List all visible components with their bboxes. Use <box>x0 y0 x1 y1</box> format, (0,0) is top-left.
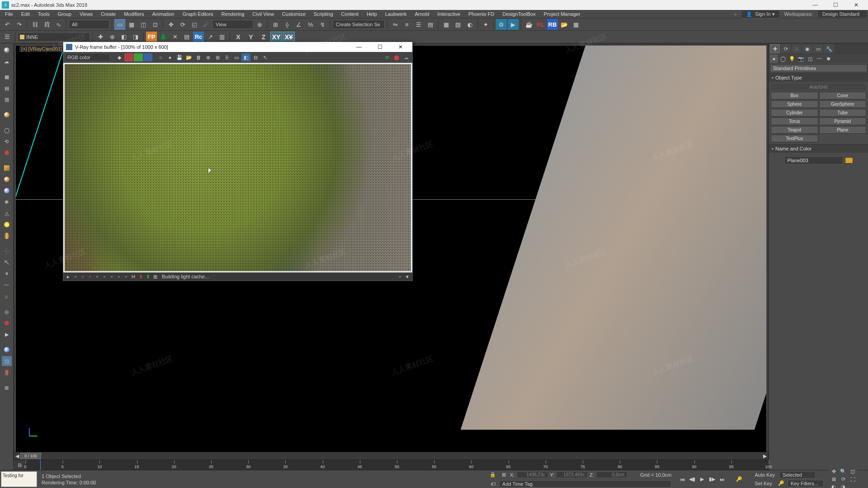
menu-file[interactable]: File <box>1 10 17 18</box>
menu-create[interactable]: Create <box>97 10 120 18</box>
layer-explorer-button[interactable]: ☰ <box>413 19 424 30</box>
maximize-button[interactable]: ☐ <box>826 2 846 8</box>
name-color-header[interactable]: Name and Color <box>769 145 868 153</box>
lb-sphere-blue-icon[interactable] <box>2 345 12 355</box>
rotate-button[interactable] <box>177 19 188 30</box>
lb-cyl-icon[interactable] <box>2 231 12 241</box>
vfb-compare-button[interactable]: ◧ <box>241 53 250 61</box>
lb-particles-icon[interactable]: ⁛ <box>2 246 12 256</box>
layer-dropdown[interactable]: INNE <box>18 33 90 42</box>
lb-door-icon[interactable]: 🚪 <box>2 367 12 377</box>
snap-button[interactable]: ⟠ <box>282 19 292 30</box>
layer-sel-button[interactable]: ◧ <box>118 32 129 42</box>
menu-phoenixfd[interactable]: Phoenix FD <box>464 10 498 18</box>
menu-laubwerk[interactable]: Laubwerk <box>381 10 411 18</box>
bind-button[interactable]: ∿ <box>53 19 64 30</box>
cameras-subtab[interactable]: 📷 <box>797 55 805 63</box>
nav-max-button[interactable]: ⛶ <box>848 476 857 483</box>
vfb-stop-button[interactable]: ⬤ <box>392 53 401 61</box>
lb-sphere-yellow-icon[interactable] <box>2 110 12 120</box>
vfb-red-button[interactable] <box>124 53 133 61</box>
keymode-dropdown[interactable]: Selected <box>779 471 816 479</box>
menu-edit[interactable]: Edit <box>17 10 34 18</box>
lb-last-icon[interactable]: ⊞ <box>2 383 12 393</box>
lb-tool1-icon[interactable]: ⛏ <box>2 258 12 267</box>
menu-arnold[interactable]: Arnold <box>410 10 433 18</box>
vfb-sb-4[interactable]: ▪ <box>87 273 93 280</box>
vfb-sb-3[interactable]: ◦ <box>80 273 86 280</box>
vfb-region-button[interactable]: ▭ <box>232 53 241 61</box>
rc-button[interactable]: Rc <box>193 32 204 42</box>
spacewarps-subtab[interactable]: 〰 <box>815 55 823 63</box>
track-bar[interactable]: ⊟ 05101520253035404550556065707580859095… <box>14 460 769 470</box>
menu-help[interactable]: Help <box>363 10 381 18</box>
move-button[interactable] <box>165 19 176 30</box>
select-object-button[interactable]: ▭ <box>114 19 125 30</box>
axis-z-button[interactable]: Z <box>258 32 269 42</box>
vfb-minimize-button[interactable]: — <box>350 44 368 50</box>
lb-sphere2-icon[interactable] <box>2 174 12 184</box>
layer-list-button[interactable]: ☰ <box>2 32 13 42</box>
manipulate-button[interactable]: ⊞ <box>270 19 281 30</box>
vfb-sb-1[interactable]: ▸ <box>65 273 71 280</box>
autogrid-checkbox[interactable]: AutoGrid <box>771 84 866 90</box>
menu-modifiers[interactable]: Modifiers <box>120 10 148 18</box>
vfb-load-button[interactable]: 📂 <box>184 53 193 61</box>
lb-red-dot-icon[interactable] <box>2 148 12 158</box>
axis-x-button[interactable]: X <box>232 32 244 42</box>
obj-sphere-button[interactable]: Sphere <box>771 100 818 108</box>
lb-wave-icon[interactable]: 〰 <box>2 280 12 290</box>
schematic-view-button[interactable]: ▧ <box>453 19 463 30</box>
obj-plane-button[interactable]: Plane <box>819 126 867 134</box>
obj-torus-button[interactable]: Torus <box>771 117 818 125</box>
tree-icon[interactable]: 🌲 <box>158 32 169 42</box>
lb-fan-icon[interactable]: ❋ <box>2 197 12 207</box>
axis-xy2-button[interactable]: XY̶ <box>283 32 295 42</box>
key-big-button[interactable]: 🔑 <box>733 473 745 486</box>
object-color-swatch[interactable] <box>845 157 853 164</box>
axis-xy-button[interactable]: XY <box>270 32 282 42</box>
axis-y-button[interactable]: Y <box>245 32 257 42</box>
shapes-subtab[interactable]: ◯ <box>779 55 787 63</box>
chevron-icon[interactable]: » <box>734 11 736 17</box>
lights-subtab[interactable]: 💡 <box>788 55 796 63</box>
obj-box-button[interactable]: Box <box>771 92 818 99</box>
playhead[interactable] <box>40 460 41 470</box>
select-name-button[interactable]: ▦ <box>126 19 137 30</box>
lb-play-arrow-icon[interactable]: ▶ <box>2 329 12 339</box>
modify-tab[interactable]: ⟳ <box>781 44 791 53</box>
vfb-swatch-button[interactable]: ◆ <box>115 53 124 61</box>
vfb-track-button[interactable]: ⊞ <box>213 53 222 61</box>
obj-cylinder-button[interactable]: Cylinder <box>771 109 818 117</box>
obj-textplus-button[interactable]: TextPlus <box>771 135 818 142</box>
lb-teapot-icon[interactable] <box>2 45 12 55</box>
vfb-history-button[interactable]: ⊟ <box>251 53 260 61</box>
menu-designtoolbox[interactable]: DesignToolBox <box>498 10 539 18</box>
layer-hide-button[interactable]: ◨ <box>130 32 141 42</box>
helpers-subtab[interactable]: ◫ <box>806 55 814 63</box>
vfb-sb-7[interactable]: ▫ <box>108 273 115 280</box>
key-icon[interactable]: 🔑 <box>777 479 786 488</box>
vfb-expand-button[interactable]: ▾ <box>404 273 410 280</box>
systems-subtab[interactable]: ✱ <box>824 55 832 63</box>
x-coord-field[interactable]: 1438,23c <box>517 471 548 478</box>
menu-content[interactable]: Content <box>337 10 363 18</box>
lb-donut-icon[interactable]: ◎ <box>2 307 12 317</box>
obj-geosphere-button[interactable]: GeoSphere <box>819 100 867 108</box>
lb-selected-icon[interactable]: ◫ <box>2 356 12 366</box>
material-editor-button[interactable]: ◐ <box>464 19 475 30</box>
obj-cone-button[interactable]: Cone <box>819 92 867 99</box>
menu-civilview[interactable]: Civil View <box>248 10 278 18</box>
grid-button[interactable]: ▦ <box>571 19 581 30</box>
vfb-sb-11[interactable]: ⬍ <box>137 273 144 280</box>
layer-new-button[interactable]: ✚ <box>95 32 106 42</box>
vfb-render-button[interactable]: ⟳ <box>382 53 392 61</box>
render-frame-button[interactable]: ▶ <box>508 19 519 30</box>
geometry-subtab[interactable]: ● <box>770 55 778 63</box>
signin-button[interactable]: 👤Sign In ▾ <box>741 10 779 19</box>
display-tab[interactable]: ▭ <box>813 44 823 53</box>
particle-button[interactable]: ✦ <box>480 19 491 30</box>
menu-customize[interactable]: Customize <box>278 10 310 18</box>
menu-tools[interactable]: Tools <box>34 10 54 18</box>
object-type-header[interactable]: Object Type <box>769 74 868 82</box>
